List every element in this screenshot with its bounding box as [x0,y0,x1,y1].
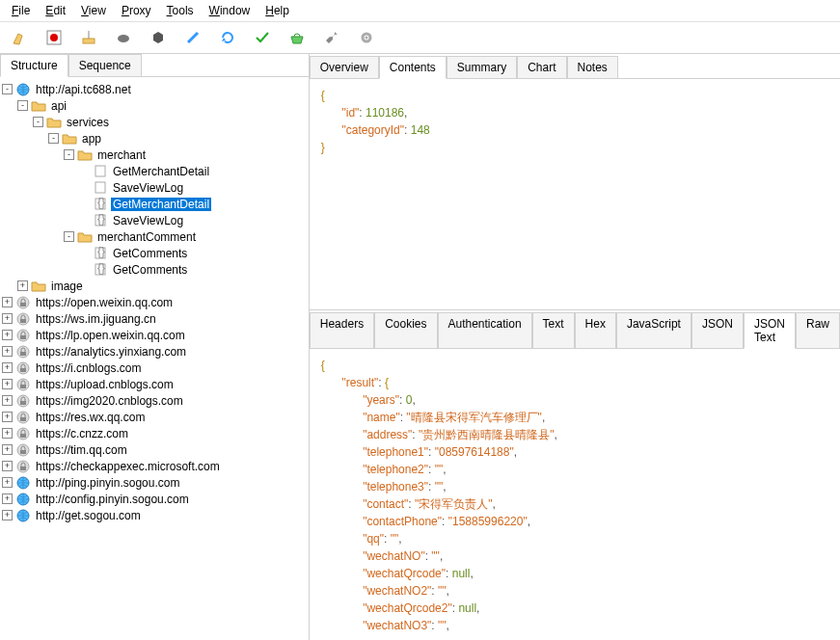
tree-row[interactable]: -services [2,114,307,130]
tree-label[interactable]: GetComments [111,263,189,277]
tree-row[interactable]: -api [2,97,307,114]
tree-label[interactable]: https://c.cnzz.com [34,427,130,440]
tree-row[interactable]: +https://analytics.yinxiang.com [2,343,307,360]
tree-label[interactable]: GetComments [111,247,189,260]
tree-row[interactable]: +https://img2020.cnblogs.com [2,392,307,409]
tree-row[interactable]: {}SaveViewLog [2,212,307,228]
tree-label[interactable]: image [49,280,85,293]
record-icon[interactable] [44,28,64,47]
expand-icon[interactable]: + [2,444,13,455]
collapse-icon[interactable]: - [17,100,28,111]
wrench-icon[interactable] [322,28,341,47]
expand-icon[interactable]: + [2,412,13,422]
expand-icon[interactable]: + [2,395,13,406]
tree-row[interactable]: -http://api.tc688.net [2,81,307,97]
tree-label[interactable]: https://analytics.yinxiang.com [34,345,188,359]
tree-label[interactable]: merchantComment [95,230,198,244]
broom-icon[interactable] [10,28,29,47]
tab-notes[interactable]: Notes [567,56,618,78]
pen-icon[interactable] [183,28,203,47]
tree-row[interactable]: {}GetComments [2,245,307,261]
expand-icon[interactable]: + [2,297,13,307]
sweep-icon[interactable] [79,28,98,47]
tree-row[interactable]: -app [2,130,307,147]
check-icon[interactable] [253,28,272,47]
tab-javascript[interactable]: JavaScript [616,312,691,348]
tab-authentication[interactable]: Authentication [438,312,532,348]
tree-label[interactable]: http://api.tc688.net [34,83,133,96]
tree-label[interactable]: https://checkappexec.microsoft.com [34,460,222,473]
tab-json[interactable]: JSON [691,312,744,348]
tree-row[interactable]: -merchantComment [2,228,307,245]
tree-label[interactable]: merchant [95,148,148,162]
tree-label[interactable]: GetMerchantDetail [111,165,211,178]
menu-tools[interactable]: Tools [159,2,202,19]
tree-label[interactable]: https://lp.open.weixin.qq.com [34,329,187,342]
collapse-icon[interactable]: - [33,117,43,127]
tree-label[interactable]: https://tim.qq.com [34,443,129,457]
tab-chart[interactable]: Chart [517,56,566,78]
hexagon-icon[interactable] [149,28,168,47]
tab-overview[interactable]: Overview [310,56,379,78]
menu-proxy[interactable]: Proxy [114,2,159,19]
tab-summary[interactable]: Summary [447,56,517,78]
tree-label[interactable]: api [49,99,68,113]
tree-label[interactable]: app [80,132,103,146]
tree-row[interactable]: +http://get.sogou.com [2,507,307,523]
tree-label[interactable]: http://get.sogou.com [34,509,143,522]
tree-row[interactable]: SaveViewLog [2,179,307,196]
tree-row[interactable]: +https://upload.cnblogs.com [2,376,307,392]
expand-icon[interactable]: + [2,461,13,471]
tab-headers[interactable]: Headers [310,312,374,348]
tree-label[interactable]: https://upload.cnblogs.com [34,378,176,391]
menu-window[interactable]: Window [202,2,258,19]
expand-icon[interactable]: + [2,510,13,520]
collapse-icon[interactable]: - [64,231,74,242]
tree-row[interactable]: -merchant [2,147,307,163]
expand-icon[interactable]: + [2,493,13,504]
collapse-icon[interactable]: - [2,84,13,94]
expand-icon[interactable]: + [2,362,13,373]
tree-row[interactable]: +https://checkappexec.microsoft.com [2,458,307,474]
tree-row[interactable]: +https://open.weixin.qq.com [2,294,307,310]
tree-row[interactable]: +https://lp.open.weixin.qq.com [2,327,307,343]
tree-row[interactable]: +http://config.pinyin.sogou.com [2,491,307,507]
tree-row[interactable]: GetMerchantDetail [2,163,307,179]
tab-cookies[interactable]: Cookies [374,312,437,348]
expand-icon[interactable]: + [2,477,13,488]
collapse-icon[interactable]: - [48,133,59,144]
tree-row[interactable]: +http://ping.pinyin.sogou.com [2,474,307,491]
tab-hex[interactable]: Hex [575,312,616,348]
gear-icon[interactable] [357,28,376,47]
tab-contents[interactable]: Contents [379,56,447,79]
tree-row[interactable]: {}GetComments [2,261,307,278]
expand-icon[interactable]: + [2,428,13,439]
refresh-icon[interactable] [218,28,237,47]
tree-label[interactable]: http://config.pinyin.sogou.com [34,493,191,506]
menu-help[interactable]: Help [257,2,297,19]
expand-icon[interactable]: + [2,379,13,389]
expand-icon[interactable]: + [2,330,13,340]
tree-row[interactable]: +https://res.wx.qq.com [2,409,307,425]
tree-row[interactable]: +https://i.cnblogs.com [2,360,307,376]
expand-icon[interactable]: + [2,313,13,324]
tree-label[interactable]: https://open.weixin.qq.com [34,296,175,309]
tree-label[interactable]: https://i.cnblogs.com [34,361,143,375]
turtle-icon[interactable] [114,28,133,47]
tree-label[interactable]: https://res.wx.qq.com [34,411,147,424]
tree-row[interactable]: {}GetMerchantDetail [2,196,307,212]
tree-label[interactable]: services [65,116,111,129]
tab-raw[interactable]: Raw [796,312,840,348]
tree-row[interactable]: +image [2,278,307,294]
request-tree[interactable]: -http://api.tc688.net-api-services-app-m… [0,77,309,640]
tree-row[interactable]: +https://c.cnzz.com [2,425,307,441]
menu-file[interactable]: File [4,2,38,19]
expand-icon[interactable]: + [2,346,13,357]
tree-label[interactable]: GetMerchantDetail [111,198,211,211]
tree-label[interactable]: https://ws.im.jiguang.cn [34,312,158,326]
tree-label[interactable]: SaveViewLog [111,214,185,227]
menu-view[interactable]: View [73,2,114,19]
tab-text[interactable]: Text [532,312,575,348]
tree-label[interactable]: SaveViewLog [111,181,185,195]
tab-structure[interactable]: Structure [0,54,68,77]
